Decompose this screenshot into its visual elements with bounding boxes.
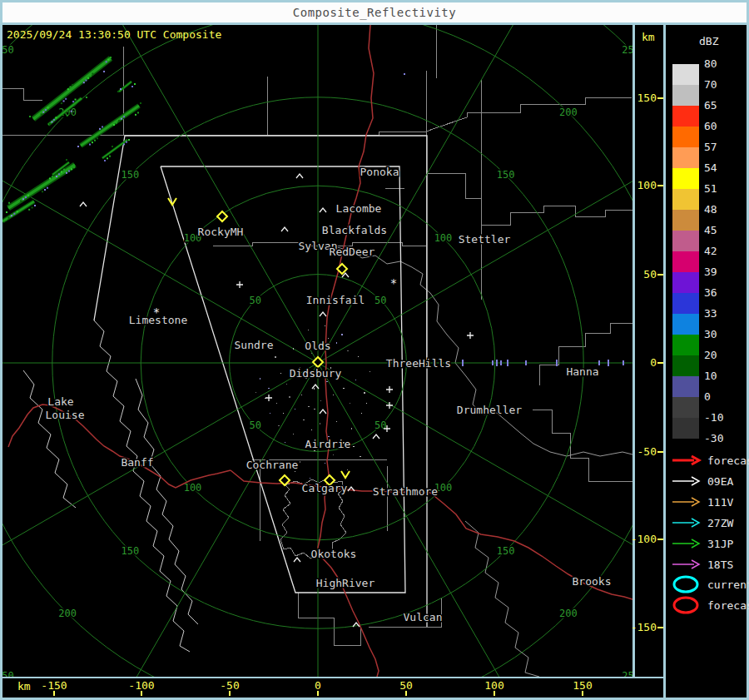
city-label: Olds	[305, 340, 330, 352]
city-label: Lacombe	[336, 202, 382, 215]
bottom-axis-tick	[582, 691, 583, 696]
colorbar-swatch	[672, 210, 699, 231]
colorbar-swatch	[672, 355, 699, 376]
right-axis-tick-label: 100	[623, 179, 657, 192]
colorbar-value-label: 33	[704, 307, 742, 320]
arrow-icon	[671, 516, 702, 529]
svg-text:150: 150	[121, 545, 139, 557]
colorbar-value-label: 42	[704, 245, 742, 258]
legend-row: 18TS	[671, 558, 733, 571]
svg-text:200: 200	[559, 107, 578, 118]
colorbar-swatch	[672, 251, 699, 272]
city-label: RedDeer	[330, 246, 375, 258]
caret-marker-icon	[320, 312, 326, 316]
colorbar-swatch	[672, 64, 699, 85]
colorbar-swatch	[672, 168, 699, 189]
bottom-axis-tick	[405, 691, 407, 696]
city-label: Innisfail	[306, 294, 365, 306]
colorbar-value-label: -10	[704, 411, 742, 424]
legend-row: forecast	[671, 594, 749, 616]
svg-text:100: 100	[184, 482, 202, 494]
precip-echoes	[2, 57, 141, 221]
storm-vector-icon	[168, 198, 176, 205]
ellipse-icon	[671, 573, 702, 595]
colorbar-swatch	[672, 314, 699, 335]
svg-text:250: 250	[622, 670, 632, 677]
bottom-axis-tick	[229, 691, 231, 696]
colorbar-value-label: 57	[704, 141, 742, 154]
legend-row: forecast	[671, 454, 749, 467]
radar-site-diamond-icon	[217, 211, 227, 221]
bottom-axis: km -150-100-50050100150	[2, 678, 663, 698]
arrow-icon	[671, 537, 702, 550]
colorbar-value-label: 80	[704, 57, 742, 71]
bottom-axis-tick	[53, 691, 55, 696]
map-region: 2025/09/24 13:30:50 UTC Composite 505050…	[2, 25, 663, 677]
radar-site-diamond-icon	[313, 357, 323, 367]
colorbar-value-label: 70	[704, 78, 742, 92]
colorbar-value-label: 48	[704, 203, 742, 216]
legend-label: forecast	[707, 454, 749, 467]
legend-row: 111V	[671, 495, 733, 509]
right-axis-tick-label: 50	[623, 268, 657, 281]
colorbar-swatch	[672, 418, 699, 439]
caret-marker-icon	[320, 208, 326, 212]
east-radial-dashes	[404, 73, 624, 366]
city-label: Lake	[47, 395, 73, 408]
plus-marker-icon	[236, 281, 243, 288]
plus-marker-icon	[265, 395, 272, 401]
ellipse-icon	[671, 594, 702, 616]
city-label: Banff	[121, 456, 153, 469]
colorbar-value-label: 45	[704, 224, 742, 237]
colorbar-swatch	[672, 106, 699, 127]
svg-text:250: 250	[2, 44, 14, 56]
svg-text:50: 50	[250, 420, 261, 431]
radar-map[interactable]: 2025/09/24 13:30:50 UTC Composite 505050…	[2, 25, 632, 677]
asterisk-marker-icon: *	[390, 276, 397, 290]
svg-text:250: 250	[622, 44, 632, 56]
legend-label: 27ZW	[707, 517, 733, 529]
arrow-icon	[671, 454, 702, 467]
colorbar-value-label: 36	[704, 286, 742, 300]
colorbar-swatch	[672, 397, 699, 418]
colorbar-value-label: 0	[704, 390, 742, 404]
right-axis-tick-label: -50	[623, 445, 657, 459]
legend-label: current	[707, 578, 749, 591]
colorbar-value-label: 60	[704, 120, 742, 133]
radar-app-window: Composite_Reflectivity 2025/09/24 13:30:…	[0, 0, 749, 700]
storm-vector-icon	[341, 471, 350, 478]
bottom-axis-tick-label: -100	[115, 679, 168, 692]
city-label: Hanna	[566, 365, 598, 378]
bottom-axis-tick-label: 0	[291, 679, 345, 692]
svg-text:200: 200	[58, 608, 77, 619]
city-label: Didsbury	[290, 367, 342, 380]
city-label: Louise	[46, 409, 85, 421]
bottom-axis-tick-label: -150	[27, 679, 81, 692]
plus-marker-icon	[386, 386, 393, 393]
window-title: Composite_Reflectivity	[2, 2, 747, 22]
legend-label: forecast	[707, 599, 749, 612]
city-label: RockyMH	[198, 226, 244, 238]
colorbar-swatch	[672, 335, 699, 355]
side-panel: dBZ 807065605754514845423936333020100-10…	[666, 25, 747, 698]
city-label: ThreeHills	[386, 357, 451, 370]
caret-marker-icon	[320, 410, 326, 414]
city-label: Okotoks	[311, 548, 357, 560]
right-axis-tick	[657, 274, 663, 276]
bottom-axis-tick-label: -50	[203, 679, 256, 692]
colorbar-swatch	[672, 85, 699, 106]
colorbar-swatch	[672, 127, 699, 147]
colorbar-value-label: -30	[704, 432, 742, 445]
city-label: Drumheller	[457, 404, 522, 416]
colorbar-value-label: 54	[704, 161, 742, 175]
bottom-axis-tick	[317, 691, 319, 696]
plus-marker-icon	[467, 332, 474, 339]
radar-map-canvas[interactable]: 5050505010010010010015015015015020020020…	[2, 25, 632, 677]
city-label: Airdrie	[305, 438, 351, 450]
caret-marker-icon	[294, 558, 300, 562]
svg-text:150: 150	[121, 169, 139, 181]
svg-text:200: 200	[559, 608, 578, 619]
timestamp-label: 2025/09/24 13:30:50 UTC Composite	[7, 28, 221, 41]
svg-text:150: 150	[497, 545, 515, 557]
right-axis-tick	[657, 451, 663, 453]
